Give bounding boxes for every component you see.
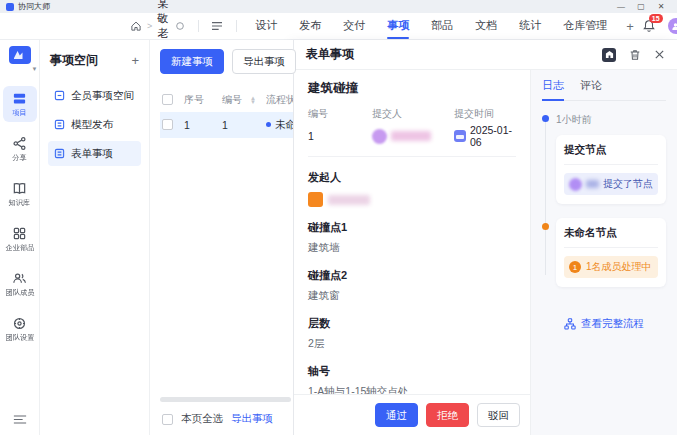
tab-parts[interactable]: 部品 [420, 13, 464, 40]
column-status[interactable]: 流程状态 [266, 93, 293, 107]
app-logo-icon [6, 3, 14, 11]
rail-item-team-members[interactable]: 团队成员 [3, 266, 37, 302]
issue-space-title: 事项空间 [50, 52, 98, 69]
tree-item-form-issues[interactable]: 表单事项 [48, 141, 141, 166]
initiator-label: 发起人 [308, 170, 516, 185]
tab-documents[interactable]: 文档 [464, 13, 508, 40]
approve-button[interactable]: 通过 [375, 403, 418, 428]
view-in-model-icon[interactable] [602, 48, 616, 62]
add-tab-button[interactable]: + [618, 19, 642, 34]
add-space-button[interactable]: + [131, 53, 139, 68]
log-timeline: 1小时前 提交节点 提交了节点 未命名节点 [542, 113, 666, 301]
delete-icon[interactable] [629, 49, 641, 61]
collapse-menu-icon[interactable] [13, 414, 27, 425]
rail-item-share[interactable]: 分享 [3, 131, 37, 167]
processing-text: 1名成员处理中 [586, 260, 652, 274]
people-icon [12, 271, 27, 286]
issue-list-area: 新建事项 导出事项 序号 编号 ▲▼ 流程状态 1 1 未命名节点 [150, 40, 293, 435]
actor-avatar [569, 178, 582, 191]
home-icon[interactable] [130, 20, 142, 32]
submit-time-label: 提交时间 [454, 107, 516, 121]
rail-item-team-settings[interactable]: 团队设置 [3, 311, 37, 347]
grid-icon [12, 226, 27, 241]
number-label: 编号 [308, 107, 372, 121]
row-checkbox[interactable] [162, 119, 173, 130]
rail-item-knowledge-base[interactable]: 知识库 [3, 176, 37, 212]
submitter-label: 提交人 [372, 107, 454, 121]
tree-item-all-issues[interactable]: 全员事项空间 [48, 83, 141, 108]
floor-value: 2层 [308, 337, 516, 351]
clash-point2-value: 建筑窗 [308, 289, 516, 303]
reject-button[interactable]: 拒绝 [426, 403, 469, 428]
export-issue-button[interactable]: 导出事项 [232, 49, 296, 74]
tree-item-model-publish[interactable]: 模型发布 [48, 112, 141, 137]
log-card-submit[interactable]: 提交节点 提交了节点 [556, 135, 666, 204]
close-window-button[interactable]: ✕ [651, 0, 671, 13]
select-all-checkbox[interactable] [162, 94, 173, 105]
form-title: 建筑碰撞 [308, 80, 516, 97]
notification-bell-icon[interactable]: 15 [642, 19, 656, 33]
table-row[interactable]: 1 1 未命名节点 [160, 112, 293, 138]
space-icon [54, 90, 65, 101]
row-number: 1 [222, 119, 250, 131]
share-icon [12, 136, 27, 151]
horizontal-scrollbar[interactable] [160, 397, 291, 402]
space-icon [54, 119, 65, 130]
submit-time-value: 2025-01-06 [470, 124, 516, 148]
minimize-button[interactable]: — [611, 0, 631, 13]
log-action-chip: 提交了节点 [564, 173, 658, 195]
clash-point1-value: 建筑墙 [308, 241, 516, 255]
log-node-title: 提交节点 [564, 143, 658, 165]
project-menu-icon[interactable] [211, 21, 223, 31]
issue-space-panel: 事项空间 + 全员事项空间 模型发布 表单事项 [40, 40, 150, 435]
app-title: 协同大师 [18, 1, 50, 12]
rail-item-projects[interactable]: 项目 [3, 86, 37, 122]
new-issue-button[interactable]: 新建事项 [160, 49, 224, 74]
workspace-logo[interactable] [9, 46, 31, 64]
actor-name-redacted [586, 180, 599, 188]
workspace-caret-icon: ▼ [32, 66, 38, 72]
status-text: 未命名节点 [275, 118, 293, 132]
issue-detail-overlay: 表单事项 建筑碰撞 [293, 40, 677, 435]
top-navbar: > 某敬老院 设计 发布 交付 事项 部品 文档 统计 仓库管理 + 1 [0, 13, 677, 40]
tab-statistics[interactable]: 统计 [508, 13, 552, 40]
clash-point1-label: 碰撞点1 [308, 220, 516, 235]
detail-panel-title: 表单事项 [306, 46, 354, 63]
calendar-icon [454, 130, 466, 142]
left-rail: ▼ 项目 分享 知识库 企业部品 团队成员 [0, 40, 40, 435]
maximize-button[interactable]: ▢ [631, 0, 651, 13]
tab-log[interactable]: 日志 [542, 78, 564, 100]
initiator-avatar [308, 192, 323, 207]
status-dot-icon [266, 122, 271, 127]
sendback-button[interactable]: 驳回 [477, 403, 520, 428]
notification-badge: 15 [649, 14, 663, 23]
sort-icon[interactable]: ▲▼ [250, 96, 266, 104]
project-status-icon[interactable] [175, 21, 185, 31]
space-icon [54, 148, 65, 159]
column-number[interactable]: 编号 [222, 93, 250, 107]
flow-icon [564, 318, 576, 330]
tab-issues[interactable]: 事项 [376, 13, 420, 40]
log-panel: 日志 评论 1小时前 提交节点 提交了节点 [530, 70, 677, 435]
close-panel-icon[interactable] [654, 49, 665, 60]
row-status: 未命名节点 [266, 118, 293, 132]
export-issues-link[interactable]: 导出事项 [231, 412, 273, 426]
timeline-dot-blue [542, 115, 549, 122]
timeline-dot-orange [542, 223, 549, 230]
gear-icon [12, 316, 27, 331]
log-action-text: 提交了节点 [603, 177, 653, 191]
processing-chip: 1 1名成员处理中 [564, 256, 658, 278]
rail-item-enterprise-parts[interactable]: 企业部品 [3, 221, 37, 257]
tab-comments[interactable]: 评论 [580, 78, 602, 100]
select-page-checkbox[interactable] [162, 414, 173, 425]
user-avatar[interactable] [668, 18, 677, 34]
log-card-unnamed[interactable]: 未命名节点 1 1名成员处理中 [556, 218, 666, 287]
tab-delivery[interactable]: 交付 [332, 13, 376, 40]
view-full-flow-link[interactable]: 查看完整流程 [542, 317, 666, 331]
column-index[interactable]: 序号 [184, 93, 222, 107]
tab-design[interactable]: 设计 [244, 13, 288, 40]
tab-publish[interactable]: 发布 [288, 13, 332, 40]
breadcrumb-separator: > [147, 21, 152, 31]
clash-point2-label: 碰撞点2 [308, 268, 516, 283]
tab-warehouse[interactable]: 仓库管理 [552, 13, 618, 40]
